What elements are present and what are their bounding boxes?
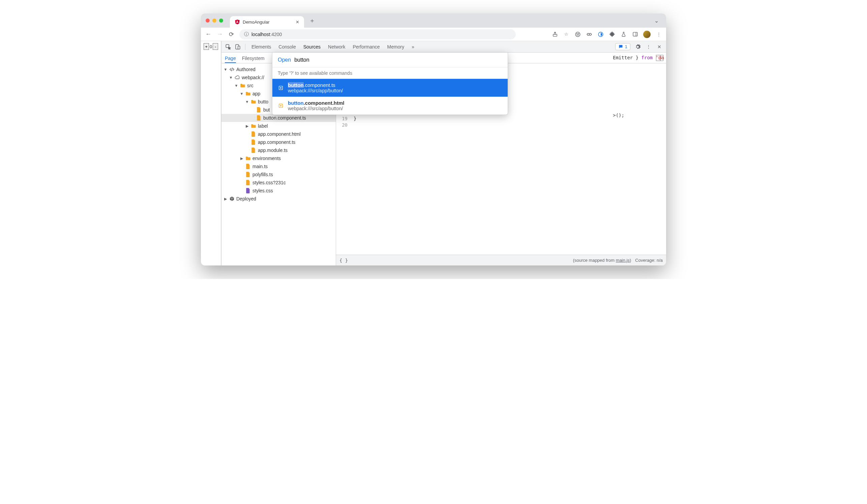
file-icon — [256, 115, 262, 121]
zoom-window-button[interactable] — [219, 19, 223, 23]
open-file-dialog: Open Type '?' to see available commands … — [272, 53, 508, 115]
extensions-icon[interactable] — [609, 31, 616, 38]
folder-icon — [250, 99, 257, 105]
devtools-menu-icon[interactable]: ⋮ — [645, 43, 652, 50]
deployed-icon — [229, 196, 235, 202]
extension-icon-1[interactable] — [586, 31, 592, 38]
open-result-1[interactable]: button.component.html webpack:///src/app… — [272, 97, 508, 114]
bookmark-icon[interactable]: ☆ — [563, 31, 570, 38]
share-icon[interactable] — [552, 31, 558, 38]
tree-polyfills[interactable]: polyfills.ts — [222, 171, 336, 178]
folder-icon — [240, 83, 246, 89]
device-mode-icon[interactable] — [234, 43, 241, 50]
tab-memory[interactable]: Memory — [387, 44, 405, 50]
code-icon — [229, 66, 235, 73]
side-panel-icon[interactable] — [632, 31, 639, 38]
tab-elements[interactable]: Elements — [251, 44, 271, 50]
counter-plus-button[interactable]: + — [204, 43, 209, 50]
extension-icon-2[interactable] — [597, 31, 604, 38]
svg-point-3 — [575, 32, 580, 37]
file-icon — [245, 172, 251, 177]
inspect-element-icon[interactable] — [225, 43, 232, 50]
reload-button[interactable]: ⟳ — [228, 31, 235, 38]
minimize-window-button[interactable] — [212, 19, 216, 23]
file-icon — [256, 107, 262, 113]
source-map-link[interactable]: main.js — [616, 258, 630, 263]
tree-styles[interactable]: styles.css — [222, 187, 336, 195]
file-icon — [250, 139, 257, 145]
tree-main-ts[interactable]: main.ts — [222, 162, 336, 171]
page-viewport: + 0 - — [201, 41, 221, 265]
sidebar-tab-page[interactable]: Page — [225, 54, 236, 63]
close-tab-icon[interactable]: ✕ — [296, 20, 299, 25]
devtools-panel: Elements Console Sources Network Perform… — [221, 41, 666, 265]
forward-button[interactable]: → — [216, 31, 223, 38]
tree-button-ts[interactable]: button.component.ts — [222, 114, 336, 122]
angular-favicon — [235, 19, 240, 25]
folder-icon — [245, 155, 251, 161]
counter-minus-button[interactable]: - — [213, 43, 218, 50]
coverage-label: Coverage: n/a — [635, 258, 663, 263]
omnibox[interactable]: ⓘ localhost:4200 — [239, 29, 516, 40]
browser-tab[interactable]: DemoAngular ✕ — [230, 16, 304, 28]
issues-badge[interactable]: 1 — [615, 43, 630, 50]
tab-network[interactable]: Network — [328, 44, 345, 50]
tab-title: DemoAngular — [243, 20, 270, 25]
profile-avatar[interactable] — [643, 31, 651, 38]
open-result-0[interactable]: button.component.ts webpack:///src/app/b… — [272, 79, 508, 97]
svg-rect-9 — [633, 32, 638, 36]
code-peek-2: >(); — [613, 112, 664, 119]
file-icon — [278, 103, 284, 109]
issues-count: 1 — [625, 44, 627, 49]
svg-point-17 — [280, 105, 281, 106]
file-css-icon — [245, 188, 251, 194]
svg-point-6 — [587, 33, 589, 35]
file-icon — [278, 85, 284, 91]
source-mapped-label: (source mapped from main.js) — [573, 258, 631, 263]
close-devtools-icon[interactable]: ✕ — [656, 43, 663, 50]
tabs-dropdown-button[interactable]: ⌄ — [652, 16, 661, 25]
tree-styles-q[interactable]: styles.css?231c — [222, 178, 336, 187]
tree-environments[interactable]: ▶environments — [222, 154, 336, 162]
tabs-overflow-icon[interactable]: » — [411, 44, 414, 50]
tab-performance[interactable]: Performance — [353, 44, 379, 50]
tab-sources[interactable]: Sources — [303, 44, 321, 50]
tree-app-module[interactable]: app.module.ts — [222, 146, 336, 154]
chrome-menu-icon[interactable]: ⋮ — [655, 31, 662, 38]
labs-icon[interactable] — [620, 31, 627, 38]
site-info-icon[interactable]: ⓘ — [244, 31, 249, 37]
folder-icon — [250, 123, 257, 129]
open-hint: Type '?' to see available commands — [272, 67, 508, 79]
titlebar: DemoAngular ✕ ＋ ⌄ — [201, 13, 666, 28]
close-window-button[interactable] — [206, 19, 210, 23]
incognito-icon[interactable] — [575, 31, 581, 38]
svg-point-4 — [577, 33, 577, 34]
pretty-print-button[interactable]: { } — [340, 258, 348, 263]
url-host: localhost — [251, 32, 270, 37]
file-icon — [250, 131, 257, 137]
counter-widget: + 0 - — [204, 43, 218, 50]
address-bar: ← → ⟳ ⓘ localhost:4200 ☆ ⋮ — [201, 28, 666, 41]
folder-icon — [245, 91, 251, 97]
tree-label-folder[interactable]: ▶label — [222, 122, 336, 130]
tree-app-html[interactable]: app.component.html — [222, 130, 336, 138]
open-file-input[interactable] — [294, 56, 502, 64]
new-tab-button[interactable]: ＋ — [308, 16, 317, 25]
file-icon — [250, 147, 257, 153]
tab-console[interactable]: Console — [278, 44, 296, 50]
open-label: Open — [278, 57, 291, 63]
tree-deployed[interactable]: ▶Deployed — [222, 195, 336, 203]
svg-point-5 — [578, 33, 579, 34]
settings-icon[interactable] — [634, 43, 641, 50]
svg-rect-13 — [238, 46, 240, 49]
cloud-icon — [234, 75, 240, 80]
svg-point-15 — [280, 87, 281, 88]
file-icon — [245, 163, 251, 169]
tree-app-ts[interactable]: app.component.ts — [222, 138, 336, 146]
url-port: :4200 — [270, 32, 282, 37]
file-icon — [245, 179, 251, 186]
sidebar-tab-filesystem[interactable]: Filesystem — [242, 54, 265, 63]
back-button[interactable]: ← — [205, 31, 212, 38]
counter-value: 0 — [210, 44, 212, 49]
code-peek-1: Emitter } from '@a — [613, 55, 664, 61]
